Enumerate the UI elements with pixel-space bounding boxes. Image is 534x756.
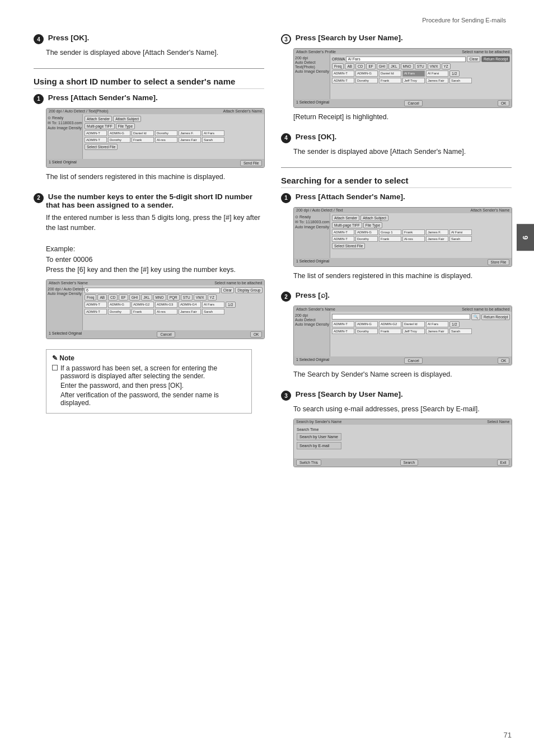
right-step4-body: The sender is displayed above [Attach Se…	[293, 147, 512, 157]
right-s2-heading: 2 Press [⌕].	[281, 291, 512, 302]
screen-right-ps: 🔍 Return Receipt ADMIN-T ADMIN-G ADMIN-G…	[330, 312, 512, 356]
search-by-name-screen: Search by Sender's Name Select Name Sear…	[293, 419, 512, 467]
right-s1-label: Press [Attach Sender's Name].	[293, 192, 405, 201]
screen-main-search: ⊙ Ready ✉ To: 1118003.com Auto Image Den…	[294, 213, 512, 258]
right-s1-body: The list of senders registered in this m…	[293, 271, 512, 281]
note-row-3: After verification of the password, the …	[52, 391, 246, 407]
right-step4-label: Press [OK].	[293, 133, 336, 141]
screen-mockup-2: Attach Sender's Name Select name to be a…	[46, 279, 265, 339]
screen-right-receipt: ORIWA Al Fars Clear Return Receipt Freq …	[330, 54, 512, 99]
section-divider	[34, 68, 264, 69]
right-step3-verify: 3 Press [Search by User Name]. Attach Se…	[281, 34, 512, 123]
left-step2-body: If the entered number is less than 5 dig…	[46, 213, 264, 276]
step3-outline-circle: 3	[281, 34, 291, 44]
screen-footer-ps: 1 Selected Original Cancel OK	[294, 356, 512, 365]
left-step1-heading: 1 Press [Attach Sender's Name].	[34, 93, 264, 104]
screen-main-area: ⊙ Ready ✉ To: 1118003.com Auto Image Den…	[46, 114, 264, 159]
search-footer: Switch This Search Exit	[294, 458, 512, 467]
right-s2-label: Press [⌕].	[293, 291, 330, 299]
right-s3: 3 Press [Search by User Name]. To search…	[281, 390, 512, 467]
note-row-2: Enter the password, and then press [OK].	[52, 382, 246, 389]
right-step4: 4 Press [OK]. The sender is displayed ab…	[281, 133, 512, 157]
screen-left-search: ⊙ Ready ✉ To: 1118003.com Auto Image Den…	[294, 213, 330, 258]
screen-footer-search: 1 Selected Original Store File	[294, 258, 512, 266]
screen-footer-1: 1 Sided Original Send File	[46, 159, 264, 167]
note-row-1: If a password has been set, a screen for…	[52, 364, 246, 380]
right-step3-heading: 3 Press [Search by User Name].	[281, 34, 512, 44]
right-section-title: Searching for a sender to select	[281, 176, 512, 188]
screen-footer-2: 1 Selected Original Cancel OK	[46, 330, 264, 339]
right-divider	[281, 167, 512, 168]
screen-mockup-receipt: Attach Sender's Profile Select name to b…	[293, 48, 512, 108]
note-box: ✎ Note If a password has been set, a scr…	[46, 349, 252, 414]
right-step3-label: Press [Search by User Name].	[293, 34, 403, 42]
left-step2: 2 Use the number keys to enter the 5-dig…	[34, 192, 264, 340]
screen-topbar-2: Attach Sender's Name Select name to be a…	[46, 280, 264, 285]
screen-main-area-2: 200 dpi / Auto Detect Auto Image Density…	[46, 285, 264, 330]
left-step2-heading: 2 Use the number keys to enter the 5-dig…	[34, 192, 264, 209]
right-step3-highlight: [Return Receipt] is highlighted.	[293, 112, 512, 123]
right-s1-heading: 1 Press [Attach Sender's Name].	[281, 192, 512, 203]
left-step2-label: Use the number keys to enter the 5-digit…	[46, 192, 264, 209]
main-content: 4 Press [OK]. The sender is displayed ab…	[34, 34, 512, 477]
right-s2-circle: 2	[281, 292, 291, 302]
page-header: Procedure for Sending E-mails	[34, 17, 512, 24]
right-step4-heading: 4 Press [OK].	[281, 133, 512, 143]
switch-this-btn[interactable]: Switch This	[296, 459, 321, 466]
screen-mockup-search: 200 dpi / Auto Detect / Text Attach Send…	[293, 207, 512, 267]
screen-left-receipt: 200 dpi Auto Detect Text(Photo) Auto Ima…	[294, 54, 330, 99]
screen-mockup-press-search: Attach Sender's Name Select name to be a…	[293, 306, 512, 365]
screen-topbar-search: 200 dpi / Auto Detect / Text Attach Send…	[294, 208, 512, 213]
left-step4-heading: 4 Press [OK].	[34, 34, 264, 44]
screen-right-2: 6 Clear Display Group Freq AB CD EF GHI …	[83, 285, 264, 330]
tab-label: 6	[517, 224, 534, 251]
exit-btn[interactable]: Exit	[497, 459, 510, 466]
screen-main-press-search: 200 dpi Auto Detect Auto Image Density 🔍…	[294, 312, 512, 356]
screen-mockup-1: 200 dpi / Auto Detect / Text(Photo) Atta…	[46, 108, 265, 168]
search-by-user-label[interactable]: Search by User Name	[297, 433, 341, 440]
search-by-email-label[interactable]: Search by E-mail	[297, 442, 341, 449]
screen-left-panel: ⊙ Ready ✉ To: 1118003.com Auto Image Den…	[46, 114, 83, 159]
search-main: Search Time Search by User Name Search b…	[294, 425, 512, 458]
screen-topbar: 200 dpi / Auto Detect / Text(Photo) Atta…	[46, 109, 264, 114]
right-s1-circle: 1	[281, 193, 291, 203]
left-step1-label: Press [Attach Sender's Name].	[46, 93, 158, 102]
screen-main-receipt: 200 dpi Auto Detect Text(Photo) Auto Ima…	[294, 54, 512, 99]
left-step4-label: Press [OK].	[46, 34, 89, 42]
screen-topbar-press-search: Attach Sender's Name Select name to be a…	[294, 306, 512, 312]
left-column: 4 Press [OK]. The sender is displayed ab…	[34, 34, 264, 477]
left-section-title: Using a short ID number to select a send…	[34, 77, 264, 89]
search-btn[interactable]: Search	[400, 459, 419, 466]
note-checkbox-1	[52, 365, 58, 370]
screen-left-ps: 200 dpi Auto Detect Auto Image Density	[294, 312, 330, 356]
search-topbar: Search by Sender's Name Select Name	[294, 419, 512, 425]
right-column: 3 Press [Search by User Name]. Attach Se…	[281, 34, 512, 477]
screen-right-panel: Attach Sender Attach Subject Multi-page …	[83, 114, 264, 159]
left-step1-body: The list of senders registered in this m…	[46, 172, 264, 182]
screen-footer-receipt: 1 Selected Original Cancel OK	[294, 99, 512, 107]
right-step4-circle: 4	[281, 133, 291, 143]
page-number: 71	[504, 731, 512, 739]
left-step4-body: The sender is displayed above [Attach Se…	[46, 48, 264, 58]
right-s3-heading: 3 Press [Search by User Name].	[281, 390, 512, 401]
left-step1: 1 Press [Attach Sender's Name]. 200 dpi …	[34, 93, 264, 182]
step1-circle: 1	[34, 94, 44, 104]
right-s1: 1 Press [Attach Sender's Name]. 200 dpi …	[281, 192, 512, 281]
step4-circle: 4	[34, 34, 44, 44]
screen-right-search: Attach Sender Attach Subject Multi-page …	[330, 213, 512, 258]
header-title: Procedure for Sending E-mails	[422, 17, 506, 24]
step2-circle: 2	[34, 193, 44, 203]
right-s2-body: The Search by Sender's Name screen is di…	[293, 369, 512, 380]
note-title: ✎ Note	[52, 354, 246, 362]
right-s2: 2 Press [⌕]. Attach Sender's Name Select…	[281, 291, 512, 380]
left-step4: 4 Press [OK]. The sender is displayed ab…	[34, 34, 264, 58]
right-s3-label: Press [Search by User Name].	[293, 390, 403, 398]
page: Procedure for Sending E-mails 4 Press [O…	[0, 0, 534, 756]
right-s3-body: To search using e-mail addresses, press …	[293, 404, 512, 415]
screen-topbar-receipt: Attach Sender's Profile Select name to b…	[294, 49, 512, 54]
screen-left-2: 200 dpi / Auto Detect Auto Image Density	[46, 285, 83, 330]
right-s3-circle: 3	[281, 391, 291, 401]
